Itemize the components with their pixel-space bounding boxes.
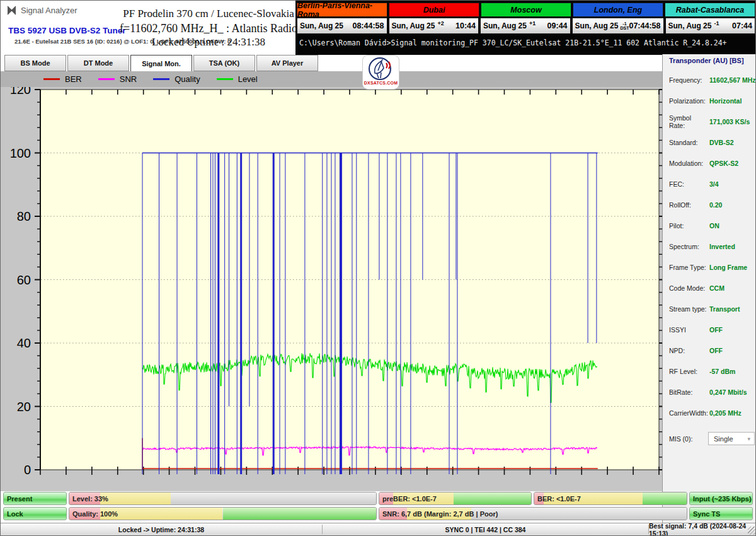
app-icon [7,6,16,15]
statusbar-sync: SYNC 0 | TEI 442 | CC 384 [323,523,648,535]
clock-date: Sun, Aug 25 [573,21,619,30]
clock-offset: +1 [529,20,536,26]
svg-text:20: 20 [17,400,31,414]
bar-label: SNR: 6,7 dB (Margin: 2,7 dB | Poor) [382,508,498,520]
status-badge-sync-ts: Sync TS [689,507,753,520]
clock-city: London, Eng [573,3,663,17]
window-title: Signal Analyzer [21,6,77,15]
status-badge-present: Present [3,492,67,505]
transponder-row: RollOff:0.20 [663,194,756,215]
locked-uptime: Locked Uptime : 24:31:38 [108,36,309,49]
tab-av-player[interactable]: AV Player [256,55,318,71]
legend-swatch [153,78,169,80]
status-bar-quality: Quality: 100% [69,507,377,520]
signal-chart: 020406080100120 [1,87,662,491]
tp-label: Pilot: [669,222,708,230]
svg-text:80: 80 [17,209,31,223]
transponder-row: Modulation:QPSK-S2 [663,153,756,173]
clock-time-value: 09:44 [547,21,570,30]
tp-label: NPD: [669,347,708,354]
clock-time: Sun, Aug 2508:44:58 [297,18,387,34]
legend-label: Level [238,74,258,84]
svg-text:100: 100 [10,146,31,160]
status-bar-level: Level: 33% [69,492,377,505]
satellite-dish-icon [367,55,395,82]
status-badge-lock: Lock [3,507,67,520]
clock-time-value: 07:44 [732,21,755,30]
status-badge-input-235-kbps-: Input (~235 Kbps) [689,492,753,505]
clock-time: Sun, Aug 25+210:44 [389,18,479,34]
bar-segment [223,508,377,520]
tp-value: OFF [709,326,723,334]
legend-item-snr: SNR [98,74,137,84]
tp-label: RollOff: [669,201,708,209]
mis-label: MIS (0): [669,435,708,443]
mis-selected-value: Single [714,435,733,443]
clock-time-value: 08:44:58 [352,21,386,30]
clock-time: Sun, Aug 25-107:44 [665,18,756,34]
mis-row: MIS (0): Single ▾ [663,432,756,445]
status-bar-ber: BER: <1.0E-7 [534,492,687,505]
clock-offset: +2 [437,20,444,26]
svg-text:0: 0 [24,463,31,477]
tp-value: 0,247 Mbit/s [709,388,747,396]
transponder-panel: Transponder (AU) [BS] Frequency:11602,56… [662,54,756,536]
clock-date: Sun, Aug 25 [389,21,435,30]
transponder-row: NPD:OFF [663,340,756,361]
legend-item-level: Level [217,74,258,84]
clock-date: Sun, Aug 25 [297,21,343,30]
transponder-row: RF Level:-57 dBm [663,361,756,382]
tp-value: -57 dBm [709,368,735,375]
bar-segment [171,492,376,504]
statusbar-best-signal: Best signal: 7,4 dB (2024-08-24 15:13) [649,523,756,535]
legend-swatch [43,78,60,80]
transponder-row: Spectrum:Inverted [663,236,756,257]
tp-value: 0,205 MHz [709,409,742,417]
clock-city: Rabat-Casablanca [665,3,755,17]
resize-grip-icon[interactable] [748,527,756,535]
legend-item-ber: BER [43,74,82,84]
tp-value: Transport [709,305,740,313]
transponder-rows: Frequency:11602,567 MHzPolarization:Hori… [663,69,756,423]
tp-value: DVB-S2 [709,139,734,146]
clock-city: Dubai [389,3,479,17]
clock-offset: -1DST [620,21,629,30]
site-title-block: PF Prodelin 370 cm / Lucenec-Slovakia f=… [108,7,309,49]
tp-value: Inverted [709,243,735,250]
tp-value: 3/4 [709,180,719,188]
clock-offset: -1 [714,20,719,26]
clock-time: Sun, Aug 25-1DST07:44:58 [572,18,664,34]
tp-value: Long Frame [709,264,747,271]
tp-label: Frequency: [669,76,708,84]
tp-label: Modulation: [669,160,708,167]
tab-bs-mode[interactable]: BS Mode [4,55,66,71]
chevron-down-icon: ▾ [747,436,754,442]
clock-time-value: 10:44 [455,21,478,30]
chart-legend: BERSNRQualityLevel [1,71,662,87]
mis-dropdown[interactable]: Single ▾ [708,432,755,445]
transponder-row: CarrierWidth:0,205 MHz [663,402,756,423]
legend-swatch [217,78,233,80]
tp-value: 171,003 KS/s [709,118,750,125]
status-bar-snr: SNR: 6,7 dB (Margin: 2,7 dB | Poor) [379,507,687,520]
bar-segment [100,508,223,520]
tab-dt-mode[interactable]: DT Mode [67,55,129,71]
world-clock-headers: Berlin-Paris-Vienna-RomaDubaiMoscowLondo… [297,3,755,17]
console-prompt[interactable]: C:\Users\Roman Dávid>Signal monitoring_P… [295,34,756,47]
svg-text:120: 120 [10,87,31,96]
bar-segment [643,492,687,504]
tab-signal-mon-[interactable]: Signal Mon. [130,55,192,73]
tab-tsa-ok-[interactable]: TSA (OK) [193,55,255,71]
transponder-row: Stream type:Transport [663,298,756,319]
logo-text: DXSATCS.COM [364,81,398,85]
transponder-title: Transponder (AU) [BS] [663,54,756,64]
bar-label: Level: 33% [72,492,108,504]
transponder-row: Standard:DVB-S2 [663,132,756,153]
transponder-row: Frequency:11602,567 MHz [663,69,756,90]
legend-label: BER [65,74,82,84]
transponder-row: FEC:3/4 [663,173,756,194]
tp-label: RF Level: [669,368,708,375]
tp-value: ON [709,222,719,230]
transponder-row: ISSYIOFF [663,319,756,340]
signal-analyzer-window: Signal Analyzer TBS 5927 USB DVB-S2 Tune… [0,0,756,536]
